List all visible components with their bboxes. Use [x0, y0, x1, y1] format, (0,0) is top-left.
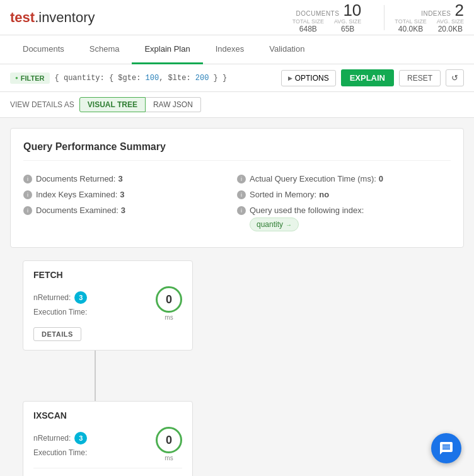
history-icon: ↺ [451, 73, 458, 83]
chat-icon [439, 441, 454, 456]
index-tag-label: quantity [257, 220, 283, 229]
reset-button[interactable]: RESET [399, 70, 441, 86]
ixscan-time-value: 0 [166, 434, 172, 447]
indexes-total-size-value: 40.0KB [398, 25, 423, 33]
options-label: OPTIONS [295, 74, 329, 83]
raw-json-button[interactable]: RAW JSON [146, 97, 201, 112]
fetch-nreturned: nReturned: 3 [33, 291, 87, 304]
summary-right: i Actual Query Execution Time (ms): 0 i … [237, 171, 451, 235]
indexes-count: 2 [455, 2, 464, 18]
chat-button[interactable] [431, 433, 461, 463]
avg-size-label: AVG. SIZE [334, 18, 361, 25]
fetch-exec-time: Execution Time: [33, 308, 87, 316]
tree-connector [95, 351, 96, 401]
logo-brand: test [10, 9, 35, 26]
header-divider [384, 5, 384, 30]
avg-size-value: 65B [341, 25, 354, 33]
fetch-time-unit: ms [165, 314, 173, 321]
filter-query: { quantity: { $gte: 100, $lte: 200 } } [55, 74, 276, 83]
index-arrow-icon: → [286, 221, 292, 228]
history-button[interactable]: ↺ [446, 69, 464, 86]
tab-indexes[interactable]: Indexes [203, 35, 257, 64]
filter-label: FILTER [21, 74, 45, 82]
fetch-node: FETCH nReturned: 3 Execution Time: 0 ms [23, 260, 193, 351]
fetch-time-display: 0 ms [156, 286, 182, 321]
summary-left: i Documents Returned: 3 i Index Keys Exa… [23, 171, 237, 235]
index-tag[interactable]: quantity → [250, 218, 299, 231]
indexes-total-size-label: TOTAL SIZE [395, 18, 426, 25]
tab-explain-plan[interactable]: Explain Plan [132, 35, 202, 64]
documents-stat: DOCUMENTS 10 TOTAL SIZE 648B AVG. SIZE 6… [292, 2, 362, 33]
filter-bar: ● FILTER { quantity: { $gte: 100, $lte: … [0, 64, 474, 92]
summary-item-exec-time: i Actual Query Execution Time (ms): 0 [237, 171, 451, 187]
fetch-title: FETCH [33, 270, 182, 280]
ixscan-title: IXSCAN [33, 410, 182, 421]
tab-schema[interactable]: Schema [77, 35, 132, 64]
view-toggle-bar: VIEW DETAILS AS VISUAL TREE RAW JSON [0, 92, 474, 118]
explain-button[interactable]: EXPLAIN [341, 69, 394, 86]
ixscan-nreturned: nReturned: 3 [33, 432, 87, 444]
info-icon-3: i [23, 206, 32, 215]
summary-item-index-used: i Query used the following index: quanti… [237, 202, 451, 235]
documents-label: DOCUMENTS [296, 10, 339, 17]
filter-badge: ● FILTER [10, 73, 50, 84]
filter-dot-icon: ● [15, 75, 18, 81]
logo[interactable]: test . inventory [10, 9, 95, 26]
summary-card: Query Performance Summary i Documents Re… [10, 128, 464, 248]
summary-title: Query Performance Summary [23, 141, 451, 161]
summary-item-sorted-memory: i Sorted in Memory: no [237, 187, 451, 202]
info-icon-5: i [237, 190, 246, 199]
documents-count: 10 [343, 2, 361, 18]
tab-validation[interactable]: Validation [257, 35, 317, 64]
indexes-avg-size-label: AVG. SIZE [437, 18, 464, 25]
fetch-time-value: 0 [166, 293, 172, 306]
info-icon-4: i [237, 175, 246, 183]
total-size-value: 648B [299, 25, 317, 33]
ixscan-node: IXSCAN nReturned: 3 Execution Time: 0 ms [23, 401, 193, 476]
ixscan-nreturned-badge: 3 [74, 432, 87, 444]
ixscan-index-name: Index Name: quantity_1 [33, 473, 182, 476]
summary-item-index-keys: i Index Keys Examined: 3 [23, 187, 237, 202]
ixscan-time-unit: ms [165, 455, 173, 461]
indexes-stat: INDEXES 2 TOTAL SIZE 40.0KB AVG. SIZE 20… [395, 2, 464, 33]
fetch-details-button[interactable]: DETAILS [33, 327, 81, 341]
summary-item-docs-returned: i Documents Returned: 3 [23, 171, 237, 187]
view-toggle-label: VIEW DETAILS AS [10, 100, 74, 109]
summary-grid: i Documents Returned: 3 i Index Keys Exa… [23, 171, 451, 235]
ixscan-time-display: 0 ms [156, 427, 182, 461]
indexes-label: INDEXES [421, 10, 451, 17]
nav: Documents Schema Explain Plan Indexes Va… [0, 35, 474, 64]
view-toggle-group: VISUAL TREE RAW JSON [79, 97, 201, 112]
main-content: Query Performance Summary i Documents Re… [0, 118, 474, 476]
options-arrow-icon: ▶ [288, 75, 292, 81]
indexes-avg-size-value: 20.0KB [438, 25, 463, 33]
header: test . inventory DOCUMENTS 10 TOTAL SIZE… [0, 0, 474, 35]
options-button[interactable]: ▶ OPTIONS [281, 70, 336, 86]
tree-container: FETCH nReturned: 3 Execution Time: 0 ms [10, 260, 464, 476]
fetch-nreturned-badge: 3 [74, 291, 87, 304]
info-icon-6: i [237, 206, 246, 215]
ixscan-exec-time: Execution Time: [33, 448, 87, 457]
fetch-time-circle: 0 [156, 286, 182, 313]
info-icon-2: i [23, 190, 32, 199]
ixscan-time-circle: 0 [156, 427, 182, 453]
info-icon-1: i [23, 175, 32, 183]
total-size-label: TOTAL SIZE [292, 18, 324, 25]
summary-item-docs-examined: i Documents Examined: 3 [23, 202, 237, 218]
logo-rest: inventory [38, 9, 95, 26]
tab-documents[interactable]: Documents [10, 35, 77, 64]
visual-tree-button[interactable]: VISUAL TREE [79, 97, 146, 112]
